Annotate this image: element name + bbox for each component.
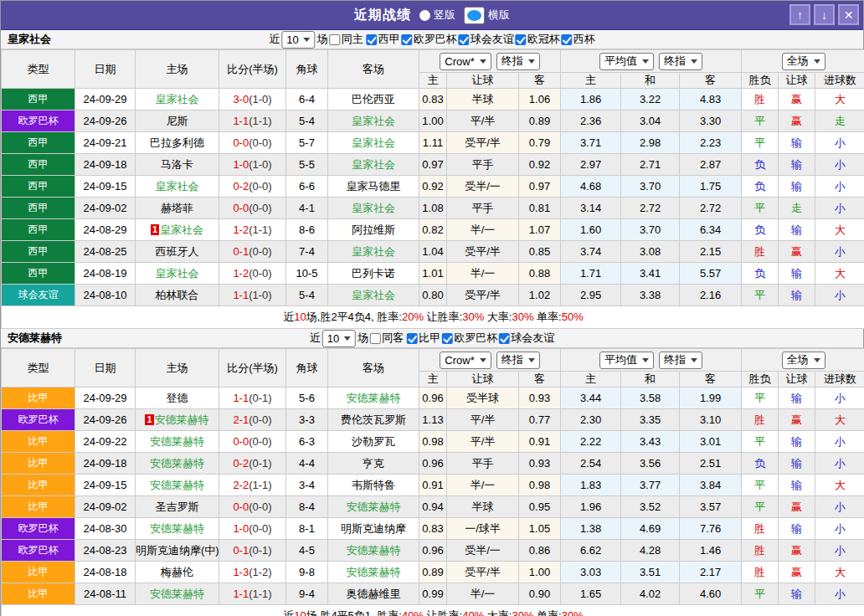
league-filter[interactable]: 欧罗巴杯 bbox=[402, 32, 457, 47]
league-filter[interactable]: 西甲 bbox=[367, 32, 400, 47]
odds-company-select[interactable]: Crow* bbox=[440, 352, 491, 369]
col-header-away: 客场 bbox=[328, 349, 419, 388]
result-wdl: 平 bbox=[742, 475, 779, 496]
odds-time-select[interactable]: 终指 bbox=[496, 53, 540, 70]
layout-radio-horizontal[interactable]: 横版 bbox=[464, 7, 510, 24]
league-filter[interactable]: 球会友谊 bbox=[459, 32, 514, 47]
away-odds: 0.79 bbox=[519, 132, 561, 154]
table-row: 比甲 24-09-29 登德 1-1(0-1) 5-6 安德莱赫特 0.96 受… bbox=[2, 388, 864, 409]
home-odds: 0.97 bbox=[419, 154, 447, 176]
subcol-avg-home: 主 bbox=[561, 73, 621, 89]
table-row: 欧罗巴杯 24-08-23 明斯克迪纳摩(中) 0-1(0-1) 4-5 安德莱… bbox=[2, 540, 864, 562]
table-row: 欧罗巴杯 24-09-26 1安德莱赫特 2-1(0-0) 3-3 费伦茨瓦罗斯… bbox=[2, 409, 864, 431]
away-team: 皇家社会 bbox=[328, 154, 419, 176]
avg-away-odds: 2.17 bbox=[680, 562, 742, 583]
subcol-result-wdl: 胜负 bbox=[742, 372, 779, 388]
radio-icon[interactable] bbox=[464, 7, 485, 24]
near-count-select[interactable]: 10 bbox=[322, 330, 356, 347]
handicap-line: 平手 bbox=[447, 154, 519, 176]
home-team: 赫塔菲 bbox=[136, 198, 219, 219]
home-odds: 0.96 bbox=[419, 388, 447, 409]
handicap-line: 平手 bbox=[447, 453, 519, 475]
table-row: 西甲 24-09-02 赫塔菲 0-0(0-0) 4-1 皇家社会 1.08 平… bbox=[2, 198, 864, 219]
result-wdl: 胜 bbox=[742, 409, 779, 431]
handicap-line: 半球 bbox=[447, 89, 519, 110]
score: 1-2(0-0) bbox=[219, 263, 286, 285]
league-filter[interactable]: 球会友谊 bbox=[499, 331, 554, 346]
result-goals: 小 bbox=[815, 132, 864, 154]
home-team: 柏林联合 bbox=[136, 285, 219, 306]
avg-draw-odds: 4.02 bbox=[621, 583, 680, 605]
avg-home-odds: 3.74 bbox=[561, 241, 621, 263]
col-header-type: 类型 bbox=[2, 349, 75, 388]
corners: 10-5 bbox=[286, 263, 328, 285]
table-row: 欧罗巴杯 24-08-30 安德莱赫特 1-0(0-0) 8-1 明斯克迪纳摩 … bbox=[2, 518, 864, 540]
checkbox-icon[interactable] bbox=[459, 34, 470, 45]
average-select[interactable]: 平均值 bbox=[599, 53, 654, 70]
result-goals: 小 bbox=[815, 453, 864, 475]
score: 0-1(0-0) bbox=[219, 241, 286, 263]
subcol-result-handicap: 让球 bbox=[779, 73, 815, 89]
corners: 5-7 bbox=[286, 132, 328, 154]
average-select[interactable]: 平均值 bbox=[599, 352, 654, 369]
avg-draw-odds: 3.43 bbox=[621, 431, 680, 453]
home-odds: 1.11 bbox=[419, 132, 447, 154]
league-filter[interactable]: 欧冠杯 bbox=[516, 32, 560, 47]
avg-away-odds: 3.30 bbox=[680, 110, 742, 132]
league-filter[interactable]: 比甲 bbox=[407, 331, 440, 346]
score: 0-0(0-0) bbox=[219, 132, 286, 154]
corners: 5-5 bbox=[286, 154, 328, 176]
odds-company-select[interactable]: Crow* bbox=[440, 53, 491, 70]
average-time-select[interactable]: 终指 bbox=[659, 352, 702, 369]
checkbox-icon[interactable] bbox=[367, 34, 378, 45]
corners: 4-1 bbox=[286, 198, 328, 219]
avg-home-odds: 1.65 bbox=[561, 583, 621, 605]
checkbox-icon[interactable] bbox=[516, 34, 527, 45]
result-handicap: 输 bbox=[779, 583, 815, 605]
arrow-up-icon: ↑ bbox=[797, 9, 803, 21]
avg-home-odds: 4.68 bbox=[561, 176, 621, 198]
odds-time-select[interactable]: 终指 bbox=[496, 352, 540, 369]
checkbox-icon[interactable] bbox=[407, 333, 418, 344]
score: 1-0(0-0) bbox=[219, 518, 286, 540]
checkbox-icon[interactable] bbox=[330, 34, 341, 45]
move-up-button[interactable]: ↑ bbox=[789, 4, 810, 25]
away-odds: 1.06 bbox=[519, 89, 561, 110]
same-venue-filter[interactable]: 同主 bbox=[330, 32, 363, 47]
table-row: 比甲 24-09-02 圣吉罗斯 0-0(0-0) 8-4 安德莱赫特 0.94… bbox=[2, 496, 864, 518]
match-date: 24-09-26 bbox=[75, 110, 136, 132]
near-count-select[interactable]: 10 bbox=[281, 31, 315, 49]
subcol-result-goals: 进球数 bbox=[815, 73, 864, 89]
league-filter[interactable]: 欧罗巴杯 bbox=[442, 331, 497, 346]
away-odds: 0.89 bbox=[519, 110, 561, 132]
layout-radio-vertical[interactable]: 竖版 bbox=[419, 8, 455, 23]
checkbox-icon[interactable] bbox=[499, 333, 510, 344]
checkbox-icon[interactable] bbox=[402, 34, 413, 45]
result-wdl: 胜 bbox=[742, 518, 779, 540]
table-row: 西甲 24-08-25 西班牙人 0-1(0-0) 7-4 皇家社会 1.04 … bbox=[2, 241, 864, 263]
checkbox-icon[interactable] bbox=[442, 333, 453, 344]
away-odds: 0.95 bbox=[519, 496, 561, 518]
league-badge: 西甲 bbox=[2, 154, 75, 176]
corners: 6-3 bbox=[286, 431, 328, 453]
checkbox-icon[interactable] bbox=[370, 333, 381, 344]
league-filter[interactable]: 西杯 bbox=[562, 32, 595, 47]
table-row: 比甲 24-08-11 安德莱赫特 1-1(1-1) 9-4 奥德赫维里 0.9… bbox=[2, 583, 864, 605]
result-goals: 走 bbox=[815, 110, 864, 132]
average-time-select[interactable]: 终指 bbox=[659, 53, 702, 70]
league-badge: 西甲 bbox=[2, 176, 75, 198]
move-down-button[interactable]: ↓ bbox=[814, 4, 835, 25]
table-row: 欧罗巴杯 24-09-26 尼斯 1-1(1-1) 5-4 皇家社会 1.00 … bbox=[2, 110, 864, 132]
score: 3-0(1-0) bbox=[219, 89, 286, 110]
handicap-line: 半球 bbox=[447, 496, 519, 518]
scope-select[interactable]: 全场 bbox=[782, 352, 825, 369]
scope-select[interactable]: 全场 bbox=[782, 53, 825, 70]
checkbox-icon[interactable] bbox=[562, 34, 573, 45]
table-row: 比甲 24-09-18 安德莱赫特 0-2(0-1) 4-4 亨克 0.96 平… bbox=[2, 453, 864, 475]
near-label: 近 bbox=[310, 331, 321, 346]
same-venue-filter[interactable]: 同客 bbox=[370, 331, 404, 346]
home-team: 1安德莱赫特 bbox=[136, 409, 219, 431]
handicap-line: 受平/半 bbox=[447, 285, 519, 306]
close-button[interactable]: ✕ bbox=[838, 4, 859, 25]
radio-icon[interactable] bbox=[419, 10, 430, 21]
